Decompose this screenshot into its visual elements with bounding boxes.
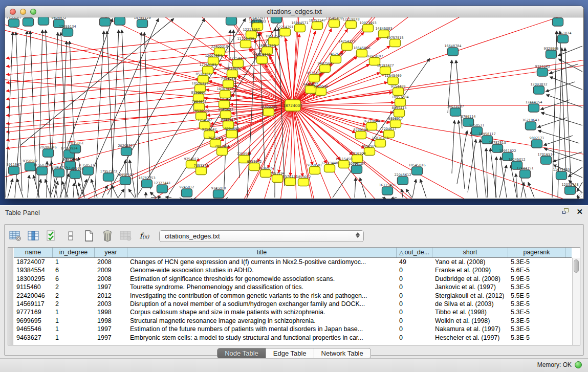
table-row[interactable]: 946554611997Estimation of the future num…: [14, 325, 572, 333]
modify-table-columns-icon[interactable]: [8, 229, 23, 243]
graph-node[interactable]: [257, 56, 268, 64]
graph-node[interactable]: [529, 104, 539, 112]
table-row[interactable]: 2242004622012Investigating the contribut…: [14, 292, 572, 300]
table-row[interactable]: 977716911998Corpus callosum shape and si…: [14, 308, 572, 316]
graph-node[interactable]: [553, 18, 563, 26]
graph-node[interactable]: [37, 167, 48, 175]
graph-node[interactable]: [395, 99, 406, 106]
graph-node[interactable]: [364, 148, 375, 156]
graph-node[interactable]: [227, 130, 237, 138]
new-table-icon[interactable]: [81, 229, 97, 243]
graph-node[interactable]: [342, 43, 353, 51]
graph-node[interactable]: [264, 108, 274, 116]
graph-node[interactable]: [450, 108, 461, 116]
graph-node[interactable]: [241, 40, 251, 48]
table-selector-dropdown[interactable]: citations_edges.txt: [159, 230, 364, 242]
graph-node[interactable]: [196, 167, 207, 175]
table-row[interactable]: 911546021997Tourette syndrome. Phenomeno…: [14, 283, 572, 291]
graph-node[interactable]: [137, 19, 148, 28]
graph-node[interactable]: [312, 22, 323, 30]
graph-node[interactable]: [23, 18, 34, 26]
column-header-short[interactable]: short: [432, 248, 508, 257]
graph-node[interactable]: [70, 170, 81, 179]
table-row[interactable]: 1872400712008Changes of HCN gene express…: [14, 258, 572, 266]
graph-node[interactable]: [394, 110, 405, 117]
graph-node[interactable]: [157, 185, 168, 193]
table-row[interactable]: 1456911722003Disruption of a novel membe…: [14, 300, 572, 308]
graph-node[interactable]: [298, 179, 309, 186]
graph-node[interactable]: [324, 165, 335, 172]
graph-node[interactable]: [9, 19, 19, 27]
graph-node[interactable]: [448, 48, 459, 56]
graph-node[interactable]: [271, 17, 282, 23]
network-graph[interactable]: 2135161164351486351249605572126551341601…: [5, 17, 583, 199]
graph-node[interactable]: [558, 35, 569, 43]
network-window-titlebar[interactable]: citations_edges.txt: [5, 6, 583, 17]
graph-node[interactable]: [382, 187, 393, 195]
column-header-name[interactable]: name: [14, 248, 53, 257]
close-panel-icon[interactable]: ✕: [576, 208, 583, 215]
graph-node[interactable]: [357, 50, 367, 57]
tab-edge-table[interactable]: Edge Table: [266, 348, 314, 358]
graph-node[interactable]: [62, 28, 73, 36]
graph-node[interactable]: [217, 148, 228, 156]
graph-node[interactable]: [83, 167, 94, 175]
column-header-in_degree[interactable]: in_degree: [53, 248, 95, 257]
graph-node[interactable]: [346, 21, 357, 29]
zoom-window-button[interactable]: [30, 9, 36, 15]
column-header-title[interactable]: title: [127, 248, 397, 257]
delete-table-icon[interactable]: [100, 229, 115, 243]
graph-node[interactable]: [556, 171, 567, 180]
graph-node[interactable]: [316, 88, 326, 96]
graph-node[interactable]: [339, 161, 350, 168]
vertical-scrollbar[interactable]: [572, 258, 580, 345]
graph-node[interactable]: [526, 122, 536, 130]
graph-node[interactable]: [285, 178, 296, 186]
graph-node[interactable]: [9, 166, 19, 174]
column-header-year[interactable]: year: [95, 248, 127, 257]
graph-node[interactable]: [142, 180, 153, 188]
graph-node[interactable]: [329, 20, 340, 28]
column-header-pagerank[interactable]: pagerank: [508, 248, 565, 257]
graph-node[interactable]: [103, 173, 114, 181]
graph-node[interactable]: [121, 147, 132, 156]
window-resize-grip[interactable]: [574, 189, 582, 198]
graph-node[interactable]: [390, 39, 401, 47]
graph-node[interactable]: [363, 25, 374, 32]
clear-selection-icon[interactable]: [63, 229, 78, 243]
graph-node[interactable]: [100, 18, 111, 26]
graph-node[interactable]: [310, 167, 320, 174]
graph-node[interactable]: [182, 189, 192, 197]
graph-node[interactable]: [226, 17, 237, 25]
close-window-button[interactable]: [10, 9, 16, 15]
graph-node[interactable]: [356, 132, 366, 139]
graph-node[interactable]: [546, 50, 557, 58]
table-row[interactable]: 969969511998Structural magnetic resonanc…: [14, 317, 572, 325]
network-canvas[interactable]: 2135161164351486351249605572126551341601…: [5, 17, 583, 199]
graph-node[interactable]: [272, 175, 283, 183]
minimize-window-button[interactable]: [20, 9, 26, 15]
table-row[interactable]: 946362711997Embryonic stem cells: a mode…: [14, 334, 572, 342]
graph-node[interactable]: [120, 177, 131, 185]
graph-node[interactable]: [115, 17, 125, 25]
graph-node[interactable]: [532, 140, 542, 148]
graph-node[interactable]: [541, 156, 552, 164]
graph-node[interactable]: [213, 190, 224, 198]
column-header-out_de[interactable]: △out_de...: [397, 248, 432, 257]
graph-node[interactable]: [295, 25, 306, 32]
table-row[interactable]: 1938455462009Genome-wide association stu…: [14, 266, 572, 274]
scrollbar-thumb[interactable]: [574, 259, 579, 273]
tab-node-table[interactable]: Node Table: [217, 348, 266, 358]
graph-node[interactable]: [54, 169, 64, 177]
select-column-icon[interactable]: [26, 229, 41, 243]
graph-node[interactable]: [398, 177, 408, 185]
graph-node[interactable]: [534, 86, 545, 94]
graph-node[interactable]: [260, 170, 271, 178]
tab-network-table[interactable]: Network Table: [314, 348, 371, 358]
graph-node[interactable]: [43, 149, 54, 157]
function-builder-icon[interactable]: f(x): [137, 229, 152, 243]
graph-node[interactable]: [309, 75, 320, 82]
select-all-rows-icon[interactable]: [45, 229, 60, 243]
graph-node[interactable]: [352, 165, 362, 173]
graph-node[interactable]: [537, 68, 548, 76]
